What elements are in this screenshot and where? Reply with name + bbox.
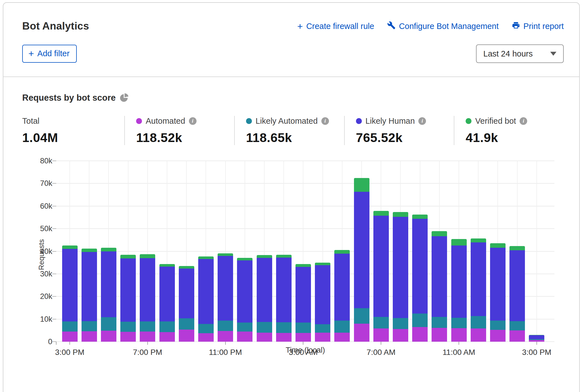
segment-verified-bot (334, 250, 350, 253)
segment-likely-human (354, 192, 369, 308)
segment-verified-bot (490, 243, 506, 248)
stat-label: Likely Human (366, 116, 415, 126)
segment-verified-bot (159, 264, 175, 267)
bot-analytics-card: Bot Analytics + Create firewall rule Con… (3, 2, 580, 392)
bar-1200pm[interactable] (471, 238, 486, 342)
segment-automated (354, 324, 369, 342)
create-firewall-rule-link[interactable]: + Create firewall rule (297, 21, 374, 31)
y-axis-tick (52, 341, 56, 342)
bar-100pm[interactable] (490, 243, 506, 342)
stat-automated: Automated i 118.52k (124, 116, 234, 145)
segment-likely-human (257, 258, 272, 322)
bar-1000pm[interactable] (198, 256, 214, 342)
segment-automated (334, 333, 350, 342)
create-firewall-rule-label: Create firewall rule (306, 22, 374, 31)
bar-400pm[interactable] (82, 249, 97, 342)
segment-likely-human (218, 256, 233, 321)
segment-verified-bot (393, 212, 408, 217)
plot-area: 010k20k30k40k50k60k70k80k3:00 PM7:00 PM1… (56, 161, 554, 342)
segment-likely-human (159, 267, 175, 321)
stat-label: Likely Automated (256, 116, 318, 126)
segment-likely-human (237, 260, 252, 322)
configure-bot-management-link[interactable]: Configure Bot Management (387, 21, 499, 31)
stat-label: Verified bot (475, 116, 516, 126)
segment-verified-bot (101, 248, 116, 252)
segment-likely-automated (140, 321, 155, 332)
segment-verified-bot (373, 211, 389, 216)
segment-automated (140, 332, 155, 342)
segment-automated (198, 333, 214, 342)
x-axis-tick (459, 342, 459, 345)
stat-label: Total (22, 116, 39, 126)
section-title: Requests by bot score (22, 93, 116, 103)
v-gridline (536, 161, 537, 342)
bar-600pm[interactable] (120, 255, 136, 342)
bar-100am[interactable] (257, 255, 272, 342)
stat-likely-automated: Likely Automated i 118.65k (234, 116, 344, 145)
add-filter-button[interactable]: + Add filter (22, 45, 77, 63)
info-icon[interactable]: i (418, 117, 426, 125)
plus-icon: + (297, 21, 303, 31)
bar-200am[interactable] (276, 255, 292, 342)
segment-automated (218, 331, 233, 342)
segment-verified-bot (276, 255, 292, 258)
bar-400am[interactable] (315, 263, 330, 342)
verified-bot-legend-dot (466, 118, 472, 124)
segment-likely-automated (159, 321, 175, 332)
stat-label: Automated (146, 116, 185, 126)
bar-600am[interactable] (354, 178, 369, 342)
bar-700am[interactable] (373, 211, 389, 342)
bar-1100am[interactable] (451, 239, 467, 342)
segment-automated (159, 332, 175, 342)
bar-800pm[interactable] (159, 264, 175, 342)
header-actions: + Create firewall rule Configure Bot Man… (297, 21, 564, 31)
x-axis-tick (225, 342, 226, 345)
stat-total: Total 1.04M (22, 116, 124, 145)
segment-automated (471, 328, 486, 342)
info-icon[interactable]: i (321, 117, 329, 125)
bar-1100pm[interactable] (218, 253, 233, 342)
segment-likely-human (529, 335, 544, 339)
segment-automated (120, 332, 136, 342)
x-axis-tick (147, 342, 148, 345)
segment-automated (393, 329, 408, 342)
y-axis-tick (52, 228, 56, 229)
h-gridline (56, 183, 554, 184)
bar-1000am[interactable] (432, 231, 447, 342)
segment-likely-human (140, 258, 155, 321)
segment-automated (257, 333, 272, 342)
segment-likely-automated (509, 321, 525, 330)
bar-800am[interactable] (393, 212, 408, 342)
y-axis-tick-label: 20k (19, 292, 52, 301)
segment-automated (237, 332, 252, 342)
time-range-select[interactable]: Last 24 hours (476, 44, 564, 63)
segment-likely-human (509, 250, 525, 321)
bar-1200am[interactable] (237, 258, 252, 342)
bar-500am[interactable] (334, 250, 350, 342)
bar-500pm[interactable] (101, 248, 116, 342)
bar-900pm[interactable] (179, 266, 194, 342)
segment-likely-automated (490, 321, 506, 330)
x-axis-tick (303, 342, 303, 345)
print-report-link[interactable]: Print report (512, 21, 564, 31)
segment-likely-automated (101, 317, 116, 330)
time-range-value: Last 24 hours (483, 49, 533, 58)
info-icon[interactable]: i (520, 117, 527, 125)
segment-verified-bot (218, 253, 233, 256)
segment-automated (490, 330, 506, 342)
bar-900am[interactable] (412, 215, 428, 342)
bar-200pm[interactable] (509, 246, 525, 342)
info-icon[interactable]: i (189, 117, 197, 125)
segment-likely-automated (451, 318, 467, 328)
segment-likely-human (490, 248, 506, 321)
bar-300pm[interactable] (62, 245, 78, 342)
bar-700pm[interactable] (140, 254, 155, 342)
segment-likely-human (373, 216, 389, 317)
segment-likely-automated (62, 321, 78, 332)
stat-likely-human: Likely Human i 765.52k (344, 116, 454, 145)
bar-300am[interactable] (295, 264, 311, 342)
bar-300pm[interactable] (529, 335, 544, 342)
x-axis-title: Time (local) (56, 346, 554, 355)
segment-likely-automated (334, 321, 350, 333)
automated-legend-dot (136, 118, 142, 124)
